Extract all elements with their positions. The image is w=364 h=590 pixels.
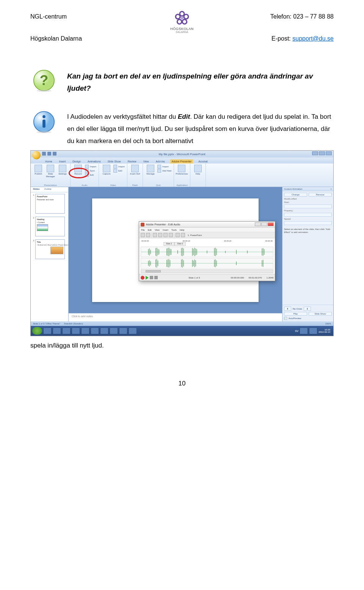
slide-thumb-1[interactable]: 1 PowerPointPresenter and more: [33, 194, 66, 214]
taskbar-icon[interactable]: [81, 327, 89, 334]
powerpoint-screenshot: My file.pptx - Microsoft PowerPoint Home…: [30, 150, 334, 336]
taskbar-icon[interactable]: [110, 327, 118, 334]
notes-area[interactable]: Click to add notes: [69, 313, 282, 321]
tab-adobe-presenter[interactable]: Adobe Presenter: [170, 159, 193, 164]
support-email-link[interactable]: support@du.se: [292, 35, 334, 42]
tool-icon-5[interactable]: [163, 233, 168, 237]
insert-swf-button[interactable]: Insert Swf: [130, 165, 140, 175]
tab-review[interactable]: Review: [126, 159, 138, 164]
marker-slide-2[interactable]: Slide 2: [163, 242, 174, 246]
slide-thumb-3[interactable]: 3 Title• Bulleted list\n• More bullets\n…: [33, 239, 66, 259]
tool-icon-1[interactable]: [141, 233, 145, 237]
settings-button[interactable]: Settings: [57, 165, 68, 178]
quiz-addnew-button[interactable]: Add New: [157, 169, 171, 173]
slides-tab[interactable]: Slides: [31, 187, 42, 192]
anim-remove-button[interactable]: Remove: [309, 193, 332, 197]
anim-change-button[interactable]: Change: [284, 193, 307, 197]
audio-sync-button[interactable]: Sync: [85, 169, 96, 173]
slide-manager-button[interactable]: Slide Manager: [45, 165, 56, 178]
maximize-button[interactable]: [319, 151, 325, 155]
preferences-button[interactable]: Preferences: [176, 165, 187, 175]
audio-menu-insert[interactable]: Insert: [163, 229, 168, 231]
tab-home[interactable]: Home: [44, 159, 54, 164]
tool-icon-2[interactable]: [146, 233, 150, 237]
anim-slideshow-button[interactable]: Slide Show: [309, 312, 332, 316]
tray-lang[interactable]: SV: [295, 330, 298, 332]
tab-addins[interactable]: Add-Ins: [154, 159, 166, 164]
tool-icon-6[interactable]: [169, 233, 173, 237]
status-zoom[interactable]: 156%: [325, 323, 331, 325]
zoom-out-icon[interactable]: [181, 233, 185, 237]
zoom-in-icon[interactable]: [176, 233, 180, 237]
tool-icon-3[interactable]: [153, 233, 157, 237]
info-icon: [32, 110, 56, 134]
tab-insert[interactable]: Insert: [58, 159, 67, 164]
start-button[interactable]: [32, 327, 42, 335]
minimize-button[interactable]: [312, 151, 318, 155]
anim-empty-message: Select an element of the slide, then cli…: [282, 227, 333, 236]
tab-design[interactable]: Design: [71, 159, 82, 164]
audio-record-button[interactable]: Record: [73, 165, 83, 177]
taskbar-icon[interactable]: [53, 327, 61, 334]
header-left-1: NGL-centrum: [30, 13, 165, 20]
anim-property-field[interactable]: [284, 213, 332, 217]
audio-max-button[interactable]: [261, 222, 267, 226]
audio-menu-tools[interactable]: Tools: [171, 229, 177, 231]
pause-icon[interactable]: [150, 276, 153, 279]
video-edit-button[interactable]: Edit: [113, 169, 125, 173]
stop-icon[interactable]: [154, 276, 158, 279]
taskbar-icon[interactable]: [62, 327, 71, 334]
record-icon[interactable]: [141, 276, 144, 280]
quick-access-toolbar[interactable]: [42, 152, 56, 156]
help-icon: ?: [32, 69, 56, 92]
marker-slide-3[interactable]: Slide 3: [174, 242, 185, 246]
audio-import-button[interactable]: Import: [85, 165, 96, 168]
tab-animations[interactable]: Animations: [86, 159, 102, 164]
taskbar-icon[interactable]: [100, 327, 108, 334]
audio-edit-button[interactable]: Edit: [85, 173, 96, 177]
waveform-bottom[interactable]: [141, 258, 273, 269]
taskbar-icon[interactable]: [91, 327, 99, 334]
help-button[interactable]: Help: [193, 165, 203, 175]
audio-dialog-title: Adobe Presenter - Edit Audio: [146, 223, 180, 226]
anim-close-icon[interactable]: ×: [330, 188, 332, 190]
audio-close-button[interactable]: [268, 222, 274, 226]
waveform-top[interactable]: [141, 247, 273, 257]
autopreview-checkbox[interactable]: [284, 317, 287, 320]
tab-acrobat[interactable]: Acrobat: [197, 159, 209, 164]
tray-icon[interactable]: [309, 327, 317, 334]
audio-scrollbar[interactable]: [141, 269, 273, 273]
audio-time-3: 1.2048: [267, 277, 273, 279]
anim-speed-field[interactable]: [284, 221, 332, 225]
outline-tab[interactable]: Outline: [42, 187, 54, 192]
tab-slideshow[interactable]: Slide Show: [106, 159, 122, 164]
taskbar-clock[interactable]: 10:252012-02-14: [318, 329, 332, 334]
quiz-manage-button[interactable]: Manage: [145, 165, 156, 175]
publish-button[interactable]: Publish: [33, 165, 44, 178]
taskbar-icon[interactable]: [72, 327, 80, 334]
audio-menu-edit[interactable]: Edit: [148, 229, 152, 231]
audio-min-button[interactable]: [255, 222, 261, 226]
audio-menu-file[interactable]: File: [141, 229, 145, 231]
tray-icon[interactable]: [300, 327, 308, 334]
audio-menu-help[interactable]: Help: [180, 229, 184, 231]
header-right-1: Telefon: 023 – 77 88 88: [199, 13, 334, 20]
audio-menu-view[interactable]: View: [155, 229, 160, 231]
anim-play-button[interactable]: Play: [284, 312, 307, 316]
quiz-import-button[interactable]: Import: [157, 165, 171, 168]
play-icon[interactable]: [146, 276, 149, 280]
taskbar-icon[interactable]: [129, 327, 137, 334]
video-capture-button[interactable]: Capture: [101, 165, 112, 175]
slide-thumb-2[interactable]: 2 Heading• Content: [33, 217, 66, 236]
slide-selector[interactable]: 1. PowerPoint: [188, 234, 202, 236]
close-button[interactable]: [326, 151, 332, 155]
video-import-button[interactable]: Import: [113, 165, 125, 168]
svg-point-5: [180, 16, 184, 19]
tab-view[interactable]: View: [142, 159, 151, 164]
tool-icon-4[interactable]: [158, 233, 162, 237]
taskbar-icon[interactable]: [43, 327, 52, 334]
modify-effect-label: Modify effect: [284, 198, 332, 200]
ribbon-tabs: Home Insert Design Animations Slide Show…: [31, 157, 333, 164]
taskbar-icon[interactable]: [119, 327, 127, 334]
anim-start-field[interactable]: [284, 205, 332, 208]
